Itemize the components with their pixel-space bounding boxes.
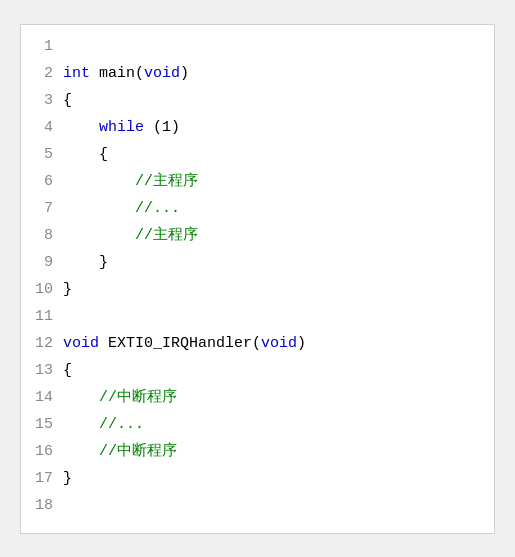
line-number: 17: [21, 467, 63, 491]
line-number: 5: [21, 143, 63, 167]
code-line: 1: [21, 35, 494, 62]
line-number: 13: [21, 359, 63, 383]
code-line: 17}: [21, 467, 494, 494]
code-line: 3{: [21, 89, 494, 116]
token: }: [63, 254, 108, 271]
token: {: [63, 92, 72, 109]
token: [63, 119, 99, 136]
token: int: [63, 65, 90, 82]
token: while: [99, 119, 144, 136]
line-number: 18: [21, 494, 63, 518]
code-line: 14 //中断程序: [21, 386, 494, 413]
line-number: 1: [21, 35, 63, 59]
code-line: 13{: [21, 359, 494, 386]
line-content: int main(void): [63, 62, 189, 86]
code-line: 5 {: [21, 143, 494, 170]
line-number: 10: [21, 278, 63, 302]
line-content: //...: [63, 197, 180, 221]
token: ): [297, 335, 306, 352]
code-line: 9 }: [21, 251, 494, 278]
token: //主程序: [63, 227, 198, 244]
line-number: 6: [21, 170, 63, 194]
token: //中断程序: [63, 389, 177, 406]
token: main(: [90, 65, 144, 82]
token: //...: [63, 200, 180, 217]
code-line: 4 while (1): [21, 116, 494, 143]
code-editor: 12int main(void)3{4 while (1)5 {6 //主程序7…: [20, 24, 495, 534]
token: {: [63, 362, 72, 379]
code-line: 6 //主程序: [21, 170, 494, 197]
code-line: 8 //主程序: [21, 224, 494, 251]
line-number: 15: [21, 413, 63, 437]
line-content: while (1): [63, 116, 180, 140]
token: void: [63, 335, 99, 352]
line-content: //主程序: [63, 170, 198, 194]
code-line: 10}: [21, 278, 494, 305]
token: void: [144, 65, 180, 82]
line-number: 11: [21, 305, 63, 329]
token: void: [261, 335, 297, 352]
line-content: }: [63, 467, 72, 491]
code-line: 15 //...: [21, 413, 494, 440]
code-line: 18: [21, 494, 494, 521]
line-content: }: [63, 251, 108, 275]
line-content: }: [63, 278, 72, 302]
line-content: {: [63, 89, 72, 113]
line-number: 16: [21, 440, 63, 464]
line-number: 14: [21, 386, 63, 410]
token: ): [180, 65, 189, 82]
line-number: 2: [21, 62, 63, 86]
line-content: //中断程序: [63, 386, 177, 410]
token: }: [63, 470, 72, 487]
line-number: 9: [21, 251, 63, 275]
line-content: //...: [63, 413, 144, 437]
line-number: 12: [21, 332, 63, 356]
token: //...: [63, 416, 144, 433]
line-content: void EXTI0_IRQHandler(void): [63, 332, 306, 356]
token: EXTI0_IRQHandler(: [99, 335, 261, 352]
line-content: //中断程序: [63, 440, 177, 464]
token: }: [63, 281, 72, 298]
token: (1): [144, 119, 180, 136]
line-number: 4: [21, 116, 63, 140]
line-content: {: [63, 143, 108, 167]
code-line: 11: [21, 305, 494, 332]
code-line: 12void EXTI0_IRQHandler(void): [21, 332, 494, 359]
line-number: 7: [21, 197, 63, 221]
line-content: {: [63, 359, 72, 383]
line-number: 8: [21, 224, 63, 248]
line-content: //主程序: [63, 224, 198, 248]
code-line: 2int main(void): [21, 62, 494, 89]
token: {: [63, 146, 108, 163]
line-number: 3: [21, 89, 63, 113]
code-line: 16 //中断程序: [21, 440, 494, 467]
token: //主程序: [63, 173, 198, 190]
code-line: 7 //...: [21, 197, 494, 224]
token: //中断程序: [63, 443, 177, 460]
